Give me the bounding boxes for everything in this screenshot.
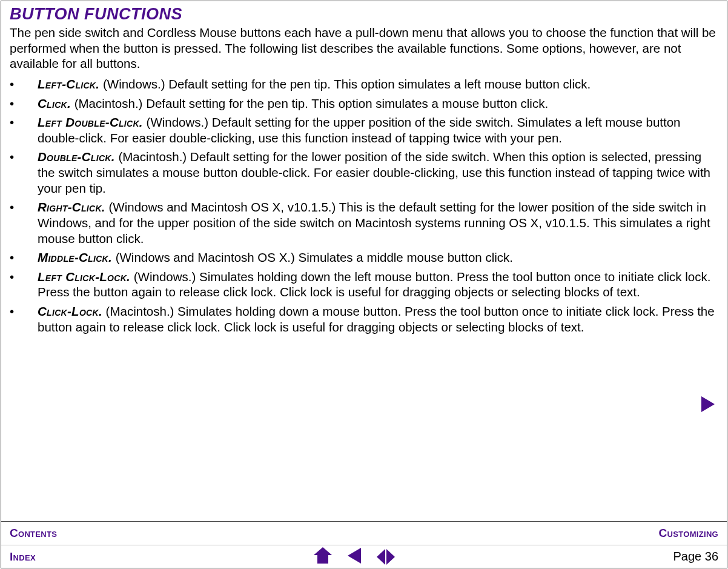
list-item: Left-Click. (Windows.) Default setting f… [10, 76, 718, 92]
customizing-link[interactable]: Customizing [659, 527, 718, 540]
list-desc: (Windows and Macintosh OS X.) Simulates … [112, 250, 513, 264]
intro-paragraph: The pen side switch and Cordless Mouse b… [10, 25, 718, 72]
content-area: BUTTON FUNCTIONS The pen side switch and… [1, 1, 727, 521]
prev-next-split-icon[interactable] [377, 549, 395, 565]
list-item: Click-Lock. (Macintosh.) Simulates holdi… [10, 304, 718, 334]
back-arrow-icon[interactable] [348, 548, 361, 566]
list-term: Click-Lock. [38, 304, 102, 318]
list-term: Left Double-Click. [38, 115, 143, 129]
list-term: Right-Click. [38, 200, 105, 214]
list-desc: (Macintosh.) Default setting for the low… [38, 150, 710, 195]
list-desc: (Windows.) Default setting for the pen t… [99, 77, 591, 91]
home-icon[interactable] [314, 547, 332, 567]
list-item: Left Click-Lock. (Windows.) Simulates ho… [10, 269, 718, 300]
list-term: Double-Click. [38, 150, 115, 164]
list-desc: (Windows.) Simulates holding down the le… [38, 270, 710, 299]
prev-page-icon[interactable] [377, 549, 385, 565]
document-page: BUTTON FUNCTIONS The pen side switch and… [1, 1, 727, 568]
list-desc: (Macintosh.) Default setting for the pen… [71, 96, 548, 110]
list-desc: (Macintosh.) Simulates holding down a mo… [38, 304, 715, 334]
list-item: Middle-Click. (Windows and Macintosh OS … [10, 250, 718, 265]
list-item: Right-Click. (Windows and Macintosh OS X… [10, 199, 718, 246]
list-term: Click. [38, 96, 71, 110]
page-number: Page 36 [673, 550, 719, 564]
contents-link[interactable]: Contents [10, 527, 57, 540]
next-page-arrow-icon[interactable] [701, 396, 715, 412]
footer-row-top: Contents Customizing [1, 522, 727, 545]
list-item: Left Double-Click. (Windows.) Default se… [10, 115, 718, 145]
list-term: Middle-Click. [38, 250, 112, 264]
list-term: Left Click-Lock. [38, 270, 130, 284]
nav-icons [314, 547, 395, 567]
index-link[interactable]: Index [10, 550, 36, 564]
next-page-icon[interactable] [386, 549, 395, 565]
list-item: Double-Click. (Macintosh.) Default setti… [10, 149, 718, 196]
function-list: Left-Click. (Windows.) Default setting f… [10, 76, 718, 334]
footer-row-bottom: Index Page 36 [1, 545, 727, 568]
page-title: BUTTON FUNCTIONS [10, 5, 718, 24]
footer: Contents Customizing Index Page 36 [1, 521, 727, 568]
list-term: Left-Click. [38, 77, 99, 91]
list-item: Click. (Macintosh.) Default setting for … [10, 96, 718, 111]
list-desc: (Windows and Macintosh OS X, v10.1.5.) T… [38, 200, 710, 245]
